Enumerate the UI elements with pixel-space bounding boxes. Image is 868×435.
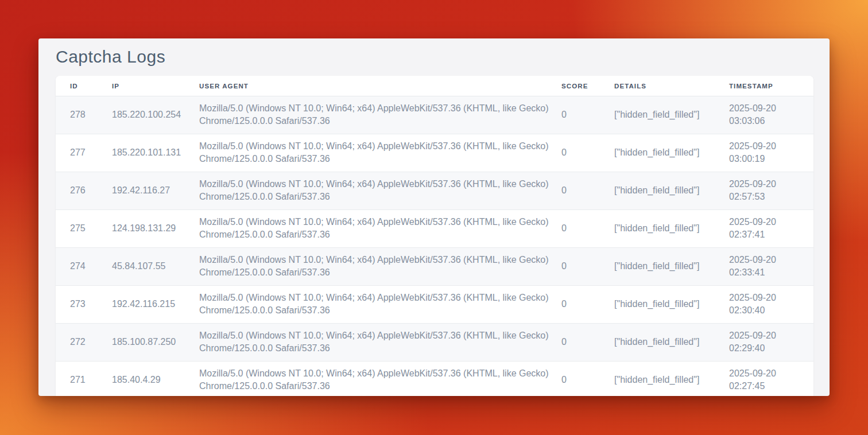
column-header-id: ID [56,76,112,96]
cell-id: 278 [56,96,112,134]
table-row: 277185.220.101.131Mozilla/5.0 (Windows N… [56,134,813,172]
cell-user_agent: Mozilla/5.0 (Windows NT 10.0; Win64; x64… [199,324,561,362]
cell-user_agent: Mozilla/5.0 (Windows NT 10.0; Win64; x64… [199,172,561,210]
cell-id: 274 [56,248,112,286]
column-header-details: DETAILS [614,76,729,96]
cell-user_agent: Mozilla/5.0 (Windows NT 10.0; Win64; x64… [199,362,561,397]
cell-id: 275 [56,210,112,248]
cell-id: 277 [56,134,112,172]
cell-score: 0 [561,324,614,362]
cell-score: 0 [561,210,614,248]
table-row: 271185.40.4.29Mozilla/5.0 (Windows NT 10… [56,362,813,397]
cell-score: 0 [561,286,614,324]
cell-score: 0 [561,248,614,286]
cell-user_agent: Mozilla/5.0 (Windows NT 10.0; Win64; x64… [199,286,561,324]
cell-details: ["hidden_field_filled"] [614,134,729,172]
cell-user_agent: Mozilla/5.0 (Windows NT 10.0; Win64; x64… [199,96,561,134]
table-row: 272185.100.87.250Mozilla/5.0 (Windows NT… [56,324,813,362]
cell-user_agent: Mozilla/5.0 (Windows NT 10.0; Win64; x64… [199,134,561,172]
column-header-user_agent: USER AGENT [199,76,561,96]
cell-ip: 185.220.100.254 [112,96,199,134]
cell-timestamp: 2025-09-20 02:30:40 [729,286,813,324]
captcha-logs-card: Captcha Logs IDIPUSER AGENTSCOREDETAILST… [38,38,830,396]
table-row: 27445.84.107.55Mozilla/5.0 (Windows NT 1… [56,248,813,286]
table-row: 275124.198.131.29Mozilla/5.0 (Windows NT… [56,210,813,248]
cell-id: 273 [56,286,112,324]
cell-score: 0 [561,362,614,397]
cell-timestamp: 2025-09-20 02:37:41 [729,210,813,248]
cell-id: 276 [56,172,112,210]
table-row: 276192.42.116.27Mozilla/5.0 (Windows NT … [56,172,813,210]
captcha-logs-table: IDIPUSER AGENTSCOREDETAILSTIMESTAMP 2781… [56,76,813,396]
cell-ip: 45.84.107.55 [112,248,199,286]
cell-details: ["hidden_field_filled"] [614,210,729,248]
cell-ip: 192.42.116.215 [112,286,199,324]
table-row: 273192.42.116.215Mozilla/5.0 (Windows NT… [56,286,813,324]
cell-timestamp: 2025-09-20 03:03:06 [729,96,813,134]
column-header-timestamp: TIMESTAMP [729,76,813,96]
cell-timestamp: 2025-09-20 03:00:19 [729,134,813,172]
cell-score: 0 [561,134,614,172]
cell-score: 0 [561,172,614,210]
table-header-row: IDIPUSER AGENTSCOREDETAILSTIMESTAMP [56,76,813,96]
cell-ip: 185.220.101.131 [112,134,199,172]
cell-details: ["hidden_field_filled"] [614,324,729,362]
captcha-logs-table-container: IDIPUSER AGENTSCOREDETAILSTIMESTAMP 2781… [56,76,813,396]
cell-timestamp: 2025-09-20 02:29:40 [729,324,813,362]
cell-timestamp: 2025-09-20 02:33:41 [729,248,813,286]
page-title: Captcha Logs [56,47,812,67]
cell-details: ["hidden_field_filled"] [614,248,729,286]
cell-details: ["hidden_field_filled"] [614,96,729,134]
column-header-ip: IP [112,76,199,96]
cell-id: 271 [56,362,112,397]
cell-ip: 124.198.131.29 [112,210,199,248]
cell-user_agent: Mozilla/5.0 (Windows NT 10.0; Win64; x64… [199,248,561,286]
cell-timestamp: 2025-09-20 02:57:53 [729,172,813,210]
column-header-score: SCORE [561,76,614,96]
cell-details: ["hidden_field_filled"] [614,286,729,324]
cell-ip: 185.100.87.250 [112,324,199,362]
cell-user_agent: Mozilla/5.0 (Windows NT 10.0; Win64; x64… [199,210,561,248]
cell-details: ["hidden_field_filled"] [614,172,729,210]
cell-id: 272 [56,324,112,362]
table-row: 278185.220.100.254Mozilla/5.0 (Windows N… [56,96,813,134]
cell-details: ["hidden_field_filled"] [614,362,729,397]
cell-timestamp: 2025-09-20 02:27:45 [729,362,813,397]
cell-score: 0 [561,96,614,134]
cell-ip: 185.40.4.29 [112,362,199,397]
cell-ip: 192.42.116.27 [112,172,199,210]
